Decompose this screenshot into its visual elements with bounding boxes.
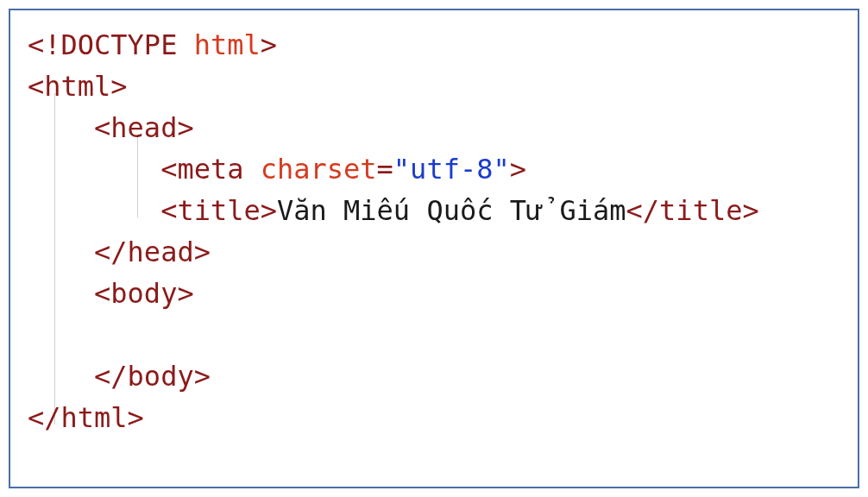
punct: > (261, 194, 277, 227)
punct: > (261, 28, 277, 61)
code-line-1: <!DOCTYPE html> (28, 24, 840, 66)
indent (28, 194, 160, 227)
doctype-html: html (194, 28, 261, 61)
code-line-5: <title>Văn Miếu Quốc Tử Giám</title> (28, 190, 840, 231)
punct: < (94, 277, 110, 310)
space (243, 153, 260, 186)
punct: </ (94, 236, 128, 268)
code-line-8-blank (28, 314, 840, 355)
tag-html-close: html (61, 401, 128, 434)
indent (28, 360, 94, 393)
code-line-9: </body> (28, 355, 840, 397)
tag-head: head (110, 111, 177, 144)
punct: </ (28, 401, 61, 434)
punct: < (94, 111, 110, 144)
indent (28, 277, 94, 310)
code-line-7: <body> (28, 273, 840, 314)
indent (28, 153, 160, 186)
tag-title: title (177, 194, 260, 227)
punct: > (177, 111, 193, 144)
code-editor[interactable]: <!DOCTYPE html> <html> <head> <meta char… (9, 9, 859, 488)
punct: > (110, 70, 127, 103)
tag-head-close: head (128, 236, 194, 268)
punct: < (28, 70, 44, 103)
tag-title-close: title (659, 194, 742, 227)
equals: = (377, 153, 393, 186)
code-line-6: </head> (28, 231, 840, 273)
punct: > (742, 194, 758, 227)
tag-meta: meta (177, 153, 243, 186)
tag-html: html (44, 70, 110, 103)
code-line-4: <meta charset="utf-8"> (28, 148, 840, 190)
indent (28, 111, 94, 144)
punct: > (194, 236, 211, 268)
blank (28, 318, 44, 351)
punct: <! (28, 28, 61, 61)
attr-charset: charset (261, 153, 377, 186)
doctype: DOCTYPE (61, 28, 178, 61)
punct: > (510, 153, 526, 186)
title-text: Văn Miếu Quốc Tử Giám (277, 194, 626, 227)
attr-value-utf8: "utf-8" (393, 153, 510, 186)
punct: < (160, 153, 177, 186)
punct: </ (626, 194, 660, 227)
space (177, 28, 193, 61)
code-line-2: <html> (28, 66, 840, 107)
code-line-3: <head> (28, 107, 840, 148)
punct: > (128, 401, 144, 434)
indent (28, 236, 94, 268)
punct: < (160, 194, 177, 227)
tag-body-close: body (128, 360, 194, 393)
tag-body: body (110, 277, 177, 310)
punct: > (194, 360, 211, 393)
punct: </ (94, 360, 128, 393)
code-line-10: </html> (28, 397, 840, 438)
punct: > (177, 277, 193, 310)
